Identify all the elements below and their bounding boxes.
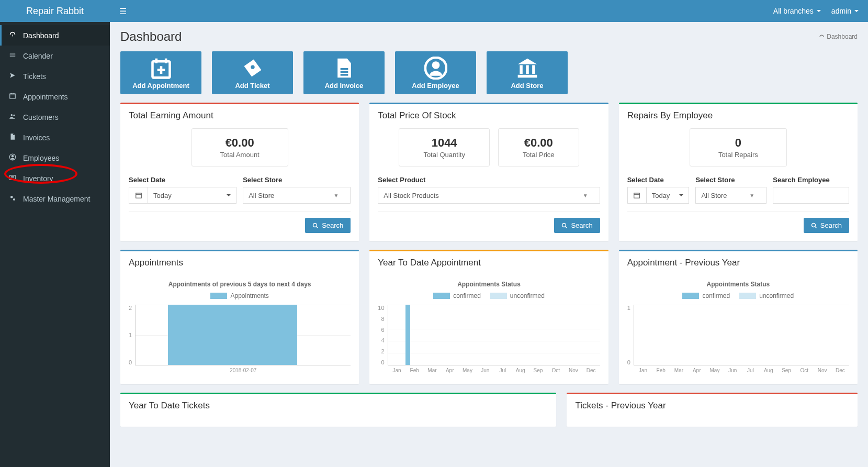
action-label: Add Employee — [412, 82, 459, 90]
card-prev-year-appointment-chart: Appointment - Previous Year Appointments… — [619, 250, 858, 384]
search-icon — [811, 223, 817, 229]
legend-swatch — [210, 293, 227, 299]
add-invoice-tile[interactable]: Add Invoice — [303, 51, 385, 94]
stat-total-amount: €0.00 Total Amount — [191, 128, 288, 166]
add-appointment-tile[interactable]: Add Appointment — [120, 51, 201, 94]
product-select[interactable]: All Stock Products▼ — [378, 187, 600, 204]
employee-search-input[interactable] — [773, 187, 849, 204]
stat-value: €0.00 — [220, 136, 260, 150]
chevron-down-icon: ▼ — [583, 193, 588, 198]
card-title: Appointments — [129, 258, 351, 268]
user-circle-icon — [8, 153, 17, 162]
svg-rect-29 — [532, 65, 535, 74]
date-select[interactable]: Today — [148, 187, 236, 204]
add-ticket-tile[interactable]: Add Ticket — [212, 51, 293, 94]
calendar-icon — [129, 187, 148, 204]
breadcrumb[interactable]: Dashboard — [819, 33, 858, 40]
hamburger-icon[interactable]: ☰ — [119, 6, 127, 16]
card-title: Total Price Of Stock — [378, 110, 600, 121]
action-label: Add Ticket — [235, 82, 269, 90]
search-button[interactable]: Search — [554, 218, 600, 233]
svg-rect-3 — [10, 94, 16, 98]
sidebar-item-tickets[interactable]: Tickets — [0, 66, 110, 86]
page-title: Dashboard — [120, 29, 182, 44]
filter-label: Select Product — [378, 176, 600, 184]
store-select[interactable]: All Store▼ — [695, 187, 766, 204]
search-icon — [312, 223, 319, 229]
card-total-stock: Total Price Of Stock 1044 Total Quantity… — [369, 103, 608, 241]
stat-value: €0.00 — [523, 136, 555, 150]
action-label: Add Store — [511, 82, 543, 90]
sidebar: Dashboard Calender Tickets Appointments … — [0, 22, 110, 467]
legend-swatch — [682, 293, 699, 299]
svg-point-35 — [562, 223, 566, 227]
ticket-icon — [241, 57, 264, 80]
store-select[interactable]: All Store▼ — [243, 187, 351, 204]
action-label: Add Invoice — [325, 82, 364, 90]
chevron-down-icon — [817, 10, 821, 12]
chart-title: Appointments Status — [627, 281, 849, 288]
chart-appointments: Appointments of previous 5 days to next … — [129, 275, 351, 376]
stat-label: Total Amount — [220, 151, 260, 159]
chart-prev-appointment: Appointments Status confirmed unconfirme… — [627, 275, 849, 376]
sidebar-item-customers[interactable]: Customers — [0, 107, 110, 127]
sidebar-item-label: Tickets — [23, 72, 46, 81]
sidebar-item-label: Inventory — [23, 174, 53, 183]
legend-swatch — [433, 293, 450, 299]
action-label: Add Appointment — [132, 82, 189, 90]
sidebar-item-calender[interactable]: Calender — [0, 46, 110, 66]
sidebar-item-inventory[interactable]: Inventory — [0, 168, 110, 188]
stat-total-repairs: 0 Total Repairs — [690, 128, 787, 166]
svg-line-34 — [317, 226, 318, 228]
filter-label: Search Employee — [773, 176, 849, 184]
card-appointments-chart: Appointments Appointments of previous 5 … — [120, 250, 359, 384]
svg-line-40 — [815, 226, 816, 228]
sidebar-item-label: Invoices — [23, 134, 50, 142]
search-button[interactable]: Search — [804, 218, 849, 233]
date-select[interactable]: Today — [646, 187, 690, 204]
chevron-down-icon: ▼ — [749, 193, 754, 198]
user-dropdown[interactable]: admin — [831, 7, 859, 15]
user-circle-icon — [424, 57, 447, 80]
dashboard-icon — [819, 34, 825, 40]
sidebar-item-appointments[interactable]: Appointments — [0, 86, 110, 107]
card-total-earning: Total Earning Amount €0.00 Total Amount … — [120, 103, 359, 241]
sidebar-item-invoices[interactable]: Invoices — [0, 127, 110, 148]
calendar-plus-icon — [150, 57, 173, 80]
search-button[interactable]: Search — [305, 218, 351, 233]
svg-rect-28 — [526, 65, 529, 74]
card-title: Year To Date Tickets — [129, 401, 548, 411]
stat-value: 0 — [718, 136, 758, 150]
chart-title: Appointments Status — [378, 281, 600, 288]
svg-point-21 — [251, 65, 254, 69]
chevron-down-icon: ▼ — [333, 193, 339, 198]
inventory-icon — [8, 174, 17, 183]
svg-rect-37 — [634, 193, 640, 198]
sidebar-item-label: Master Management — [23, 195, 90, 203]
file-icon — [8, 133, 17, 142]
svg-rect-31 — [136, 193, 141, 198]
ticket-icon — [8, 72, 17, 81]
dashboard-icon — [8, 31, 17, 40]
svg-point-10 — [12, 155, 14, 158]
svg-point-39 — [811, 223, 815, 227]
add-employee-tile[interactable]: Add Employee — [395, 51, 476, 94]
branches-dropdown[interactable]: All branches — [773, 7, 821, 15]
sidebar-item-label: Calender — [23, 52, 53, 60]
card-repairs-employee: Repairs By Employee 0 Total Repairs Sele… — [619, 103, 858, 241]
sidebar-item-master-management[interactable]: Master Management — [0, 188, 110, 209]
svg-point-8 — [13, 115, 15, 116]
add-store-tile[interactable]: Add Store — [487, 51, 568, 94]
sidebar-item-employees[interactable]: Employees — [0, 148, 110, 168]
legend-swatch — [739, 293, 756, 299]
svg-point-14 — [10, 196, 13, 198]
svg-rect-27 — [520, 65, 523, 74]
legend-swatch — [490, 293, 507, 299]
stat-label: Total Price — [523, 151, 555, 159]
sidebar-item-dashboard[interactable]: Dashboard — [0, 25, 110, 46]
stat-total-quantity: 1044 Total Quantity — [399, 128, 490, 166]
sidebar-item-label: Employees — [23, 154, 59, 162]
branches-label: All branches — [773, 7, 814, 15]
brand[interactable]: Repair Rabbit — [0, 0, 110, 22]
stat-label: Total Quantity — [423, 151, 465, 159]
